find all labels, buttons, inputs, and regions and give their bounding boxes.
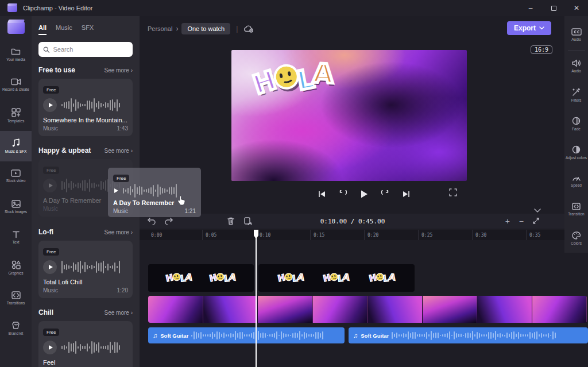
playback-controls — [140, 186, 588, 203]
hand-cursor-icon — [177, 195, 186, 208]
sidebar-item-brand-kit[interactable]: Brand kit — [0, 314, 32, 344]
timeline-ruler[interactable]: 0:00 0:05 0:10 0:15 0:20 0:25 0:30 0:35 — [140, 230, 566, 240]
video-clip[interactable] — [148, 296, 587, 323]
section-free-to-use: Free to use See more › — [38, 66, 133, 74]
camera-icon — [11, 78, 21, 86]
folder-icon — [11, 47, 21, 56]
sidebar-item-record-create[interactable]: Record & create — [0, 70, 32, 101]
sticker-clip[interactable]: HLA HLA HLA — [258, 264, 415, 292]
play-preview-button[interactable] — [43, 179, 57, 192]
prop-item-adjust-colors[interactable]: Adjust colors — [564, 138, 588, 167]
sidebar-item-text[interactable]: Text — [0, 222, 32, 253]
playhead[interactable] — [256, 230, 257, 367]
sidebar-item-stock-video[interactable]: Stock video — [0, 161, 32, 192]
sidebar-item-music-sfx[interactable]: Music & SFX — [0, 131, 32, 161]
video-preview: H L A — [231, 50, 467, 181]
close-button[interactable]: ✕ — [565, 0, 588, 16]
free-badge: Free — [43, 86, 59, 94]
maximize-button[interactable] — [542, 0, 565, 16]
sidebar-item-transitions[interactable]: Transitions — [0, 283, 32, 314]
free-badge: Free — [43, 248, 59, 256]
audio-clip-soft-guitar[interactable]: ♫ Soft Guitar — [349, 327, 588, 343]
play-preview-button[interactable] — [43, 260, 57, 274]
track-card-feel[interactable]: Free Feel Music2:22 — [38, 321, 133, 367]
drag-ghost-a-day-to-remember[interactable]: Free A Day To Remember Music1:21 — [108, 168, 201, 217]
clipchamp-brand-icon — [7, 21, 25, 34]
fit-to-screen-button[interactable] — [533, 216, 539, 226]
play-preview-button[interactable] — [43, 98, 57, 112]
waveform — [61, 98, 128, 112]
section-happy-upbeat: Happy & upbeat See more › — [38, 146, 133, 154]
music-tabs: All Music SFX — [38, 24, 133, 35]
see-more-link[interactable]: See more › — [105, 148, 133, 154]
prop-item-speed[interactable]: Speed — [564, 167, 588, 195]
sidebar-item-graphics[interactable]: Graphics — [0, 253, 32, 283]
prop-item-audio[interactable]: Audio — [564, 52, 588, 81]
tab-all[interactable]: All — [38, 24, 47, 35]
editor-topbar: Personal › One to watch | Export — [140, 16, 588, 41]
audio-waveform — [392, 331, 583, 340]
free-badge: Free — [43, 167, 59, 174]
titlebar: Clipchamp - Video Editor – ✕ — [0, 0, 588, 16]
clipchamp-window: Clipchamp - Video Editor – ✕ Your media … — [0, 0, 588, 367]
track-card-somewhere[interactable]: Free Somewhere In the Mountain... Music1… — [38, 79, 133, 136]
waveform — [61, 341, 128, 354]
sticker-track: HLA HLA HLA HLA HLA — [140, 264, 588, 292]
zoom-in-button[interactable]: + — [505, 217, 510, 226]
forward-button[interactable] — [381, 190, 390, 199]
sidebar-item-templates[interactable]: Templates — [0, 101, 32, 131]
hola-sticker: H L A — [252, 62, 335, 96]
fullscreen-button[interactable] — [449, 188, 457, 199]
prop-item-captions-audio[interactable]: Audio — [564, 21, 588, 49]
project-name[interactable]: One to watch — [181, 23, 230, 34]
prop-item-transition[interactable]: Transition — [564, 195, 588, 224]
audio-waveform — [191, 331, 340, 340]
timeline-tracks: HLA HLA HLA HLA HLA ♫ Soft Guitar — [140, 240, 588, 367]
sidebar-item-stock-images[interactable]: Stock images — [0, 192, 32, 222]
stock-video-icon — [11, 169, 21, 177]
play-icon — [114, 188, 118, 193]
brand-kit-icon — [11, 321, 20, 330]
cloud-sync-icon[interactable] — [243, 25, 254, 33]
prop-item-filters[interactable]: Filters — [564, 81, 588, 110]
sticker-clip[interactable]: HLA HLA — [148, 264, 254, 292]
chevron-down-icon — [539, 26, 544, 30]
stock-images-icon — [11, 200, 21, 208]
music-note-icon — [11, 138, 20, 148]
section-chill: Chill See more › — [38, 308, 133, 316]
nav-rail: Your media Record & create Templates Mus… — [0, 16, 32, 367]
see-more-link[interactable]: See more › — [105, 229, 133, 235]
prop-item-fade[interactable]: Fade — [564, 110, 588, 138]
waveform — [61, 260, 128, 274]
window-title: Clipchamp - Video Editor — [23, 5, 92, 11]
transitions-icon — [11, 291, 21, 299]
skip-to-end-button[interactable] — [403, 191, 410, 198]
aspect-ratio-badge[interactable]: 16:9 — [531, 45, 552, 54]
search-input[interactable] — [53, 46, 128, 53]
export-button[interactable]: Export — [507, 21, 551, 35]
tab-music[interactable]: Music — [56, 24, 72, 35]
graphics-icon — [11, 260, 21, 269]
time-display: 0:10.00 / 0:45.00 — [140, 218, 566, 225]
audio-track: ♫ Soft Guitar ♫ Soft Guitar — [140, 327, 588, 343]
see-more-link[interactable]: See more › — [105, 310, 133, 316]
free-badge: Free — [113, 175, 129, 182]
audio-clip-soft-guitar[interactable]: ♫ Soft Guitar — [148, 327, 345, 343]
minimize-button[interactable]: – — [519, 0, 542, 16]
prop-item-colors[interactable]: Colors — [564, 224, 588, 253]
free-badge: Free — [43, 329, 59, 336]
skip-to-start-button[interactable] — [318, 191, 326, 198]
rewind-button[interactable] — [338, 190, 347, 199]
search-icon — [43, 46, 49, 53]
zoom-out-button[interactable]: − — [519, 217, 524, 226]
text-icon — [12, 230, 20, 238]
play-button[interactable] — [359, 190, 369, 199]
tab-sfx[interactable]: SFX — [82, 24, 94, 35]
play-preview-button[interactable] — [43, 341, 57, 354]
properties-rail: Audio Audio Filters Fade Adjust colors S… — [564, 16, 588, 253]
sidebar-item-your-media[interactable]: Your media — [0, 40, 32, 70]
search-box[interactable] — [38, 42, 133, 57]
track-card-total-lofi-chill[interactable]: Free Total Lofi Chill Music1:20 — [38, 241, 133, 298]
breadcrumb-personal[interactable]: Personal — [148, 25, 172, 32]
see-more-link[interactable]: See more › — [105, 67, 133, 74]
